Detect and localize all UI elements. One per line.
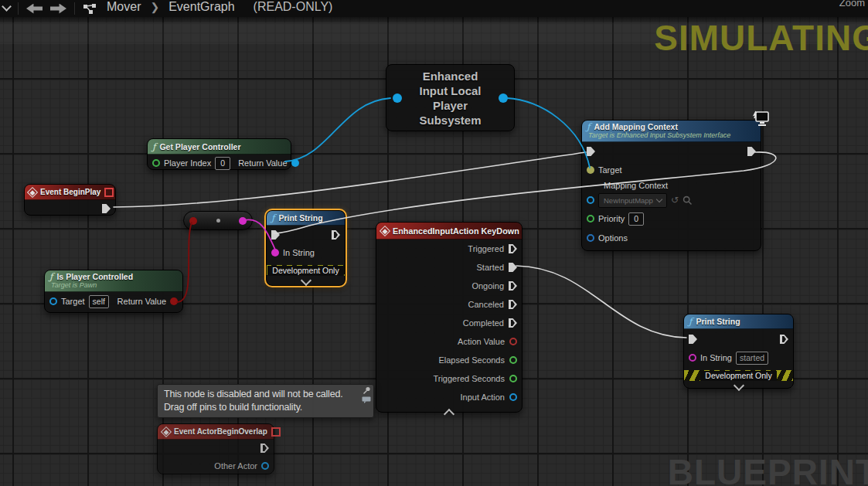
function-icon: ƒ xyxy=(271,213,274,223)
disabled-node-tooltip: This node is disabled and will not be ca… xyxy=(157,384,374,418)
exec-in-pin[interactable] xyxy=(689,335,697,344)
toolbar-divider xyxy=(74,2,75,15)
target-input[interactable]: self xyxy=(89,295,109,308)
comment-bubble-icon xyxy=(362,396,371,403)
target-label: Target xyxy=(61,297,85,306)
priority-input[interactable]: 0 xyxy=(628,212,644,226)
options-pin[interactable] xyxy=(587,234,594,242)
return-value-pin[interactable] xyxy=(170,297,178,305)
back-arrow-button[interactable] xyxy=(26,4,43,14)
browse-search-icon[interactable] xyxy=(682,195,693,206)
node-enhancedinputaction-keydown[interactable]: EnhancedInputAction KeyDown Triggered St… xyxy=(376,222,523,413)
priority-pin[interactable] xyxy=(587,215,594,223)
blueprint-editor: Mover ❯ EventGraph (READ-ONLY) Zoom SIMU… xyxy=(0,0,868,486)
other-actor-pin[interactable] xyxy=(261,462,269,470)
node-get-player-controller[interactable]: ƒ Get Player Controller Player Index 0 R… xyxy=(147,138,291,170)
node-print-string-1[interactable]: ƒ Print String In String Development Onl… xyxy=(266,210,345,286)
function-icon: ƒ xyxy=(49,272,53,281)
event-diamond-icon xyxy=(380,225,390,236)
zoom-indicator: Zoom xyxy=(839,0,865,8)
return-value-label: Return Value xyxy=(238,158,287,168)
input-action-pin[interactable] xyxy=(509,393,517,401)
node-title: Add Mapping Context xyxy=(594,122,678,131)
node-print-string-2[interactable]: ƒ Print String In String started Develop… xyxy=(683,314,794,389)
pin-label: Completed xyxy=(463,318,504,328)
pin-label: Canceled xyxy=(468,300,504,309)
chevron-down-icon[interactable] xyxy=(2,2,12,12)
target-label: Target xyxy=(598,165,622,175)
forward-arrow-button[interactable] xyxy=(50,4,66,14)
started-exec-pin[interactable] xyxy=(509,263,517,272)
exec-out-pin[interactable] xyxy=(102,204,111,213)
ongoing-exec-pin[interactable] xyxy=(509,281,517,291)
node-header: EnhancedInputAction KeyDown xyxy=(376,223,522,240)
node-header: Event BeginPlay xyxy=(25,185,115,200)
output-pin[interactable] xyxy=(499,93,508,103)
node-enhanced-input-subsystem[interactable]: Enhanced Input Local Player Subsystem xyxy=(386,64,515,131)
reset-to-default-icon[interactable]: ↺ xyxy=(671,195,679,205)
node-title-line: Player xyxy=(402,98,499,113)
mapping-context-pin[interactable] xyxy=(587,196,594,204)
dropdown-chevron-icon xyxy=(656,196,662,202)
breadcrumb-separator: ❯ xyxy=(150,1,159,13)
target-pin[interactable] xyxy=(587,166,594,174)
node-header: ƒ Print String xyxy=(684,314,793,329)
graph-icon xyxy=(83,3,99,15)
target-pin[interactable] xyxy=(49,297,57,305)
node-title: Print String xyxy=(696,317,740,326)
return-value-pin[interactable] xyxy=(291,159,299,167)
event-override-icon xyxy=(271,427,281,437)
toolbar-divider xyxy=(18,2,19,15)
node-title: Print String xyxy=(278,213,322,223)
node-header: ƒ Add Mapping Context Target is Enhanced… xyxy=(582,121,761,142)
pin-label: Elapsed Seconds xyxy=(438,355,505,365)
node-event-beginplay[interactable]: Event BeginPlay xyxy=(24,184,116,216)
function-icon: ƒ xyxy=(587,122,590,131)
exec-out-pin[interactable] xyxy=(780,335,788,344)
node-title: Event BeginPlay xyxy=(40,188,100,196)
in-string-pin[interactable] xyxy=(689,354,696,362)
breadcrumb-root[interactable]: Mover xyxy=(107,0,141,14)
pin-label: Started xyxy=(477,263,504,272)
exec-in-pin[interactable] xyxy=(587,147,595,156)
completed-exec-pin[interactable] xyxy=(509,318,517,328)
in-string-label: In String xyxy=(283,248,315,257)
exec-out-pin[interactable] xyxy=(747,147,756,156)
node-header: ƒ Print String xyxy=(267,211,345,226)
function-icon: ƒ xyxy=(689,317,692,326)
triggered-exec-pin[interactable] xyxy=(509,244,517,253)
breadcrumb-current[interactable]: EventGraph xyxy=(168,0,234,14)
in-string-input[interactable]: started xyxy=(736,352,768,365)
pin-label: Ongoing xyxy=(471,281,504,291)
node-subtitle: Target is Pawn xyxy=(51,281,178,289)
node-title-line: Input Local xyxy=(402,83,499,98)
expand-chevron-icon[interactable] xyxy=(300,275,311,286)
node-bool-to-string-conversion[interactable] xyxy=(183,211,253,230)
in-string-pin[interactable] xyxy=(271,249,279,257)
node-header: ƒ Get Player Controller xyxy=(148,139,291,155)
node-is-player-controlled[interactable]: ƒ Is Player Controlled Target is Pawn Ta… xyxy=(44,270,183,313)
output-pin[interactable] xyxy=(239,217,247,225)
tooltip-line: This node is disabled and will not be ca… xyxy=(164,388,367,401)
client-monitor-icon xyxy=(751,110,770,131)
player-index-input[interactable]: 0 xyxy=(215,157,230,170)
exec-out-pin[interactable] xyxy=(332,230,340,240)
conversion-dot-icon xyxy=(216,219,220,223)
mapping-context-dropdown[interactable]: NewInputMapp xyxy=(598,193,667,208)
node-subtitle: Target is Enhanced Input Subsystem Inter… xyxy=(588,131,756,139)
node-add-mapping-context[interactable]: ƒ Add Mapping Context Target is Enhanced… xyxy=(581,120,761,251)
node-event-actorbeginoverlap[interactable]: Event ActorBeginOverlap Other Actor xyxy=(157,423,274,474)
exec-in-pin[interactable] xyxy=(271,230,280,240)
exec-out-pin[interactable] xyxy=(260,444,269,453)
mapping-context-label: Mapping Context xyxy=(604,181,668,190)
triggered-seconds-pin[interactable] xyxy=(509,375,517,382)
input-pin[interactable] xyxy=(189,217,197,225)
node-title: Is Player Controlled xyxy=(56,272,133,281)
other-actor-label: Other Actor xyxy=(214,461,257,471)
pin-label: Triggered Seconds xyxy=(433,374,505,383)
input-pin[interactable] xyxy=(393,93,402,103)
elapsed-seconds-pin[interactable] xyxy=(509,356,517,364)
canceled-exec-pin[interactable] xyxy=(509,300,517,309)
player-index-pin[interactable] xyxy=(152,159,160,167)
action-value-pin[interactable] xyxy=(509,338,517,345)
